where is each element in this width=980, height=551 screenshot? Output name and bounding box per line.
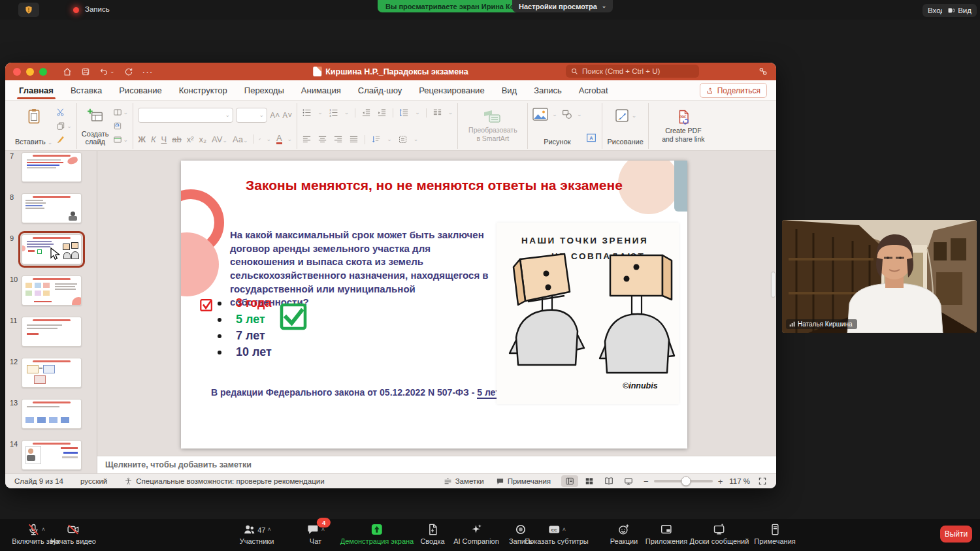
webcam-video[interactable]: Наталья Киршина	[782, 220, 977, 333]
view-options-button[interactable]: Настройки просмотра⌄	[512, 0, 613, 12]
slide-thumbnail-click-target[interactable]	[22, 152, 82, 182]
columns-icon[interactable]	[433, 108, 442, 118]
reset-slide-button[interactable]	[113, 121, 129, 131]
fit-to-window-icon[interactable]	[758, 477, 767, 486]
present-online-icon[interactable]	[757, 66, 768, 77]
slideshow-button[interactable]	[620, 475, 637, 487]
share-button[interactable]: Поделиться	[700, 83, 767, 98]
notes-toggle[interactable]: Заметки	[444, 477, 484, 486]
numbered-list-icon[interactable]: 123	[329, 108, 338, 118]
text-box-icon[interactable]: A	[585, 132, 597, 144]
shrink-font-button[interactable]: A˅	[282, 111, 292, 120]
toolbar-item-participants[interactable]: 47˄Участники	[240, 522, 274, 545]
align-right-icon[interactable]	[333, 134, 343, 144]
toolbar-item-apps[interactable]: Приложения	[645, 522, 687, 545]
leave-meeting-button[interactable]: Выйти	[940, 526, 972, 543]
more-commands-icon[interactable]: ···	[142, 67, 154, 77]
ribbon-tab-4[interactable]: Конструктор	[171, 80, 236, 100]
paste-button[interactable]: Вставить ⌄	[15, 106, 52, 146]
justify-icon[interactable]	[349, 134, 359, 144]
section-button[interactable]: ⌄	[113, 135, 129, 144]
slide-thumbnail-click-target[interactable]	[22, 276, 82, 306]
slide-thumbnail-click-target[interactable]	[22, 358, 82, 388]
ribbon-tab-11[interactable]: Acrobat	[570, 80, 617, 100]
slide-thumbnail-click-target[interactable]	[22, 399, 82, 429]
toolbar-item-reactions[interactable]: Реакции	[610, 522, 638, 545]
undo-dropdown-chevron-icon[interactable]: ⌄	[110, 69, 115, 74]
ribbon-tab-7[interactable]: Слайд-шоу	[350, 80, 410, 100]
toolbar-item-boards[interactable]: Доски сообщений	[690, 522, 749, 545]
normal-view-button[interactable]	[561, 475, 578, 487]
superscript-button[interactable]: x²	[187, 134, 194, 144]
align-text-icon[interactable]	[398, 134, 408, 144]
slide-editor[interactable]: Законы меняются, но не меняются ответы н…	[97, 151, 776, 456]
align-center-icon[interactable]	[318, 134, 327, 144]
home-icon[interactable]	[63, 67, 72, 76]
toolbar-item-captions[interactable]: CC˄Показать субтитры	[525, 522, 589, 545]
ribbon-tab-6[interactable]: Анимация	[293, 80, 350, 100]
slide-canvas[interactable]: Законы меняются, но не меняются ответы н…	[181, 161, 687, 449]
copy-button[interactable]: ⌄	[56, 121, 72, 131]
decrease-indent-icon[interactable]	[361, 108, 371, 118]
align-left-icon[interactable]	[302, 134, 312, 144]
text-direction-icon[interactable]	[371, 134, 381, 144]
toolbar-item-summary[interactable]: Сводка	[420, 522, 444, 545]
reading-view-button[interactable]	[600, 475, 617, 487]
search-input[interactable]: Поиск (Cmd + Ctrl + U)	[566, 65, 699, 78]
comments-toggle[interactable]: Примечания	[496, 477, 551, 486]
drawing-button[interactable]: ⌄ Рисование	[607, 106, 643, 146]
zoom-slider[interactable]	[654, 480, 713, 482]
editor-scrollbar[interactable]	[772, 272, 775, 297]
italic-button[interactable]: К	[151, 134, 156, 144]
view-button[interactable]: Вид	[942, 4, 977, 17]
zoom-out-button[interactable]: −	[644, 477, 649, 486]
picture-button[interactable]: ⌄ ⌄ Рисунок	[532, 106, 581, 146]
toolbar-item-video-off[interactable]: Начать видео	[50, 522, 96, 545]
ribbon-tab-10[interactable]: Запись	[525, 80, 570, 100]
zoom-slider-knob[interactable]	[681, 477, 691, 486]
toolbar-item-ai-companion[interactable]: AI Companion	[453, 522, 499, 545]
slide-thumbnail-click-target[interactable]	[22, 440, 82, 470]
change-case-button[interactable]: Aa⌄	[233, 134, 248, 144]
ribbon-tab-2[interactable]: Вставка	[62, 80, 110, 100]
convert-to-smartart-button[interactable]: Преобразовать в SmartArt	[463, 110, 523, 142]
undo-icon[interactable]	[99, 67, 108, 76]
cut-button[interactable]	[56, 108, 72, 117]
format-painter-button[interactable]	[56, 135, 72, 144]
chevron-up-icon[interactable]: ˄	[563, 526, 566, 533]
chevron-up-icon[interactable]: ˄	[42, 526, 45, 533]
toolbar-item-chat[interactable]: 4˄Чат	[306, 522, 325, 545]
minimize-window-button[interactable]	[26, 68, 34, 76]
bold-button[interactable]: Ж	[138, 134, 146, 144]
chevron-up-icon[interactable]: ˄	[267, 526, 270, 533]
ribbon-tab-3[interactable]: Рисование	[110, 80, 170, 100]
new-slide-button[interactable]: Создать слайд	[82, 106, 109, 146]
subscript-button[interactable]: x₂	[199, 134, 207, 144]
zoom-window-button[interactable]	[39, 68, 47, 76]
font-color-button[interactable]: A	[276, 134, 282, 144]
security-shield-button[interactable]	[18, 3, 39, 17]
slide-thumbnail-click-target[interactable]	[22, 193, 82, 223]
highlight-pen-icon[interactable]	[259, 134, 261, 144]
language-status[interactable]: русский	[80, 477, 107, 485]
font-size-select[interactable]: ⌄	[236, 108, 267, 123]
font-name-select[interactable]: ⌄	[138, 108, 233, 123]
underline-button[interactable]: Ч	[161, 134, 167, 144]
save-icon[interactable]	[81, 67, 90, 76]
close-window-button[interactable]	[13, 68, 21, 76]
notes-pane[interactable]: Щелкните, чтобы добавить заметки	[97, 456, 776, 473]
increase-indent-icon[interactable]	[377, 108, 387, 118]
redo-icon[interactable]	[124, 67, 133, 76]
line-spacing-icon[interactable]	[399, 108, 409, 118]
zoom-percent[interactable]: 117 %	[729, 477, 750, 485]
accessibility-status[interactable]: Специальные возможности: проверьте реком…	[124, 477, 324, 486]
ribbon-tab-8[interactable]: Рецензирование	[410, 80, 493, 100]
grow-font-button[interactable]: A˄	[270, 111, 280, 120]
slide-layout-button[interactable]: ⌄	[113, 108, 129, 117]
bullet-list-icon[interactable]	[302, 108, 312, 118]
ribbon-tab-9[interactable]: Вид	[493, 80, 526, 100]
zoom-in-button[interactable]: +	[718, 477, 723, 486]
strikethrough-button[interactable]: ab	[172, 134, 181, 144]
toolbar-item-share-screen[interactable]: Демонстрация экрана	[340, 522, 414, 545]
character-spacing-button[interactable]: AV⌄	[212, 134, 227, 144]
